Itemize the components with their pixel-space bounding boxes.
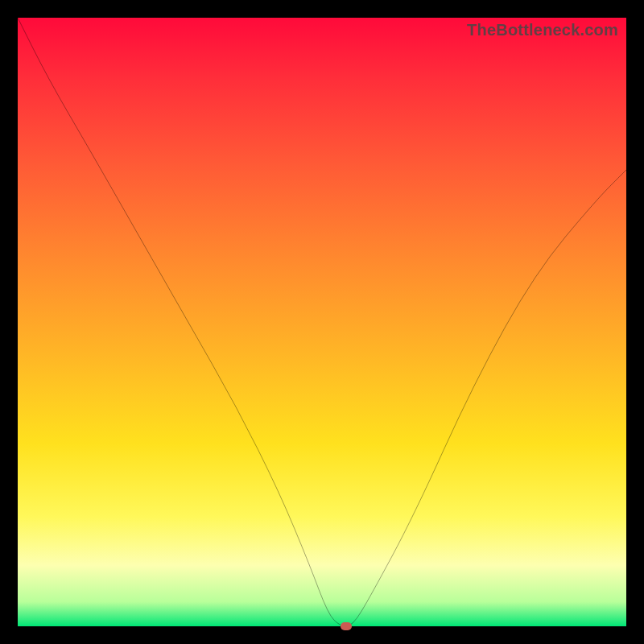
minimum-marker: [341, 622, 352, 630]
curve-svg: [18, 18, 626, 626]
plot-area: TheBottleneck.com: [18, 18, 626, 626]
chart-frame: TheBottleneck.com: [0, 0, 644, 644]
bottleneck-curve-path: [18, 18, 626, 626]
